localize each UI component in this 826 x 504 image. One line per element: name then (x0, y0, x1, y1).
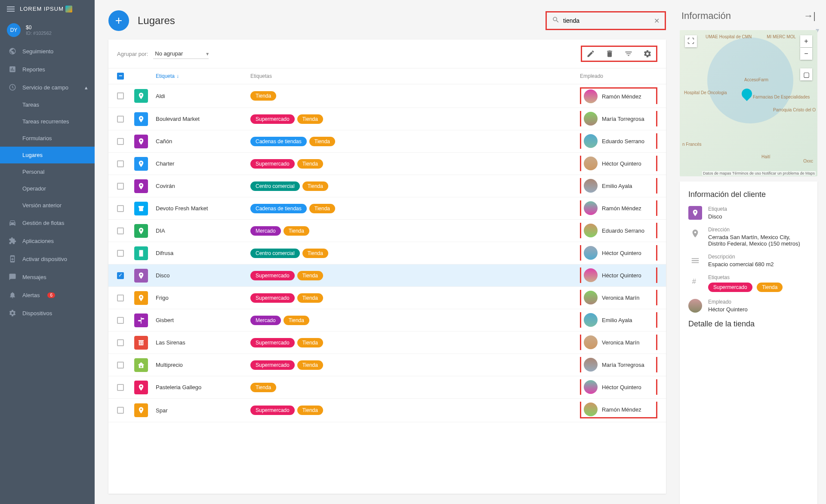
chevron-up-icon: ▴ (85, 84, 88, 91)
place-name: Frigo (156, 295, 250, 301)
employee-name: Emilio Ayala (602, 183, 632, 189)
nav-version-anterior[interactable]: Versión anterior (0, 197, 95, 214)
row-checkbox[interactable] (117, 339, 124, 346)
map-poi-label: Farmacias De Especialidades (753, 95, 810, 99)
row-checkbox[interactable] (117, 295, 124, 301)
nav-aplicaciones[interactable]: Aplicaciones (0, 232, 95, 250)
search-icon (552, 16, 560, 25)
map-fullscreen-button[interactable]: ⛶ (685, 35, 697, 47)
row-checkbox[interactable] (117, 160, 124, 167)
row-checkbox[interactable] (117, 138, 124, 145)
table-row[interactable]: Devoto Fresh Market Cadenas de tiendasTi… (108, 197, 666, 220)
table-row[interactable]: Multiprecio SupermercadoTienda María Tor… (108, 354, 666, 376)
place-type-icon (134, 179, 148, 193)
tag-supermercado: Supermercado (250, 293, 295, 303)
place-name: Spar (156, 407, 250, 414)
column-header-employee[interactable]: Empleado (580, 73, 657, 79)
row-checkbox[interactable] (117, 384, 124, 391)
nav-mensajes[interactable]: Mensajes (0, 268, 95, 286)
tag-tienda: Tienda (302, 249, 328, 258)
row-checkbox[interactable] (117, 92, 124, 99)
nav-seguimiento[interactable]: Seguimiento (0, 42, 95, 60)
tag-supermercado: Supermercado (250, 338, 295, 347)
tag-tienda: Tienda (250, 383, 276, 392)
location-icon (688, 227, 702, 240)
delete-button[interactable] (605, 49, 614, 58)
table-row[interactable]: Cañón Cadenas de tiendasTienda Eduardo S… (108, 130, 666, 153)
row-checkbox[interactable] (117, 227, 124, 234)
nav-personal[interactable]: Personal (0, 163, 95, 180)
filter-button[interactable] (624, 49, 633, 58)
row-checkbox[interactable] (117, 205, 124, 212)
employee-avatar (584, 246, 598, 260)
map-poi-label: UMAE Hospital de CMN (706, 34, 752, 39)
table-row[interactable]: Charter SupermercadoTienda Héctor Quinte… (108, 153, 666, 175)
table-row[interactable]: Boulevard Market SupermercadoTienda Marí… (108, 108, 666, 130)
edit-button[interactable] (586, 49, 595, 58)
row-checkbox[interactable] (117, 362, 124, 369)
employee-avatar (584, 403, 598, 416)
page-title: Lugares (138, 15, 537, 27)
row-checkbox[interactable] (117, 317, 124, 324)
nav-alertas[interactable]: Alertas6 (0, 286, 95, 304)
employee-name: Héctor Quintero (602, 160, 641, 167)
map-poi-label: Parroquia Cristo del O (773, 108, 816, 112)
table-row[interactable]: Difrusa Centro comercialTienda Héctor Qu… (108, 242, 666, 264)
select-all-checkbox[interactable] (117, 73, 124, 80)
employee-avatar (584, 291, 598, 304)
add-button[interactable]: + (108, 10, 129, 31)
nav-tareas[interactable]: Tareas (0, 96, 95, 113)
place-name: Charter (156, 160, 250, 167)
group-by-select[interactable]: No agrupar (153, 49, 209, 59)
table-row[interactable]: Pasteleria Gallego Tienda Héctor Quinter… (108, 376, 666, 399)
nav-reportes[interactable]: Reportes (0, 60, 95, 78)
clear-search-icon[interactable]: ✕ (654, 17, 660, 25)
nav-flotas[interactable]: Gestión de flotas (0, 214, 95, 232)
nav-tareas-recurrentes[interactable]: Tareas recurrentes (0, 113, 95, 130)
user-block[interactable]: DY $0 ID: #102562 ▾ (0, 18, 95, 42)
map-zoom-out-button[interactable]: − (800, 48, 812, 60)
row-checkbox[interactable] (117, 407, 124, 414)
nav-operador[interactable]: Operador (0, 180, 95, 197)
row-checkbox[interactable] (117, 116, 124, 123)
table-row[interactable]: Aldi Tienda Ramón Méndez (108, 84, 666, 108)
nav-formularios[interactable]: Formularios (0, 130, 95, 147)
place-icon (688, 206, 702, 220)
map[interactable]: ⛶ + − ▢ UMAE Hospital de CMN MI MERC MOL… (680, 30, 817, 176)
collapse-panel-icon[interactable]: →| (804, 10, 816, 22)
search-input[interactable] (563, 17, 650, 24)
nav-lugares[interactable]: Lugares (0, 147, 95, 163)
info-value-direccion: Cerrada San Martín, Mexico City, Distrit… (708, 234, 809, 247)
table-row[interactable]: Gisbert MercadoTienda Emilio Ayala (108, 309, 666, 332)
row-checkbox[interactable] (117, 272, 124, 279)
column-header-tags[interactable]: Etiquetas (250, 73, 580, 79)
tag-cadenas: Cadenas de tiendas (250, 137, 307, 146)
puzzle-icon (9, 237, 16, 245)
table-row[interactable]: Spar SupermercadoTienda Ramón Méndez (108, 399, 666, 422)
employee-name: Eduardo Serrano (602, 227, 644, 234)
table-row[interactable]: Covirán Centro comercialTienda Emilio Ay… (108, 175, 666, 197)
column-header-label[interactable]: Etiqueta ↓ (156, 73, 250, 79)
device-add-icon (9, 255, 16, 263)
table-row[interactable]: Disco SupermercadoTienda Héctor Quintero (108, 264, 666, 287)
settings-button[interactable] (643, 49, 652, 58)
row-checkbox[interactable] (117, 183, 124, 190)
table-row[interactable]: Frigo SupermercadoTienda Veronica Marín (108, 287, 666, 309)
tag-tienda: Tienda (757, 283, 783, 292)
nav-dispositivos[interactable]: Dispositivos (0, 304, 95, 322)
tag-tienda: Tienda (297, 338, 323, 347)
nav-activar[interactable]: Activar dispositivo (0, 250, 95, 268)
nav-servicio[interactable]: Servicio de campo▴ (0, 78, 95, 96)
map-layers-button[interactable]: ▢ (800, 68, 812, 80)
employee-name: Ramón Méndez (602, 406, 641, 413)
tag-tienda: Tienda (297, 159, 323, 169)
map-poi-label: Oxxc (803, 159, 813, 163)
info-value-etiqueta: Disco (708, 213, 727, 220)
row-checkbox[interactable] (117, 250, 124, 257)
map-zoom-in-button[interactable]: + (800, 35, 812, 47)
user-balance: $0 (26, 25, 88, 31)
table-row[interactable]: Las Sirenas SupermercadoTienda Veronica … (108, 332, 666, 354)
table-row[interactable]: DIA MercadoTienda Eduardo Serrano (108, 220, 666, 242)
menu-toggle[interactable] (7, 5, 15, 13)
employee-avatar (584, 179, 598, 193)
